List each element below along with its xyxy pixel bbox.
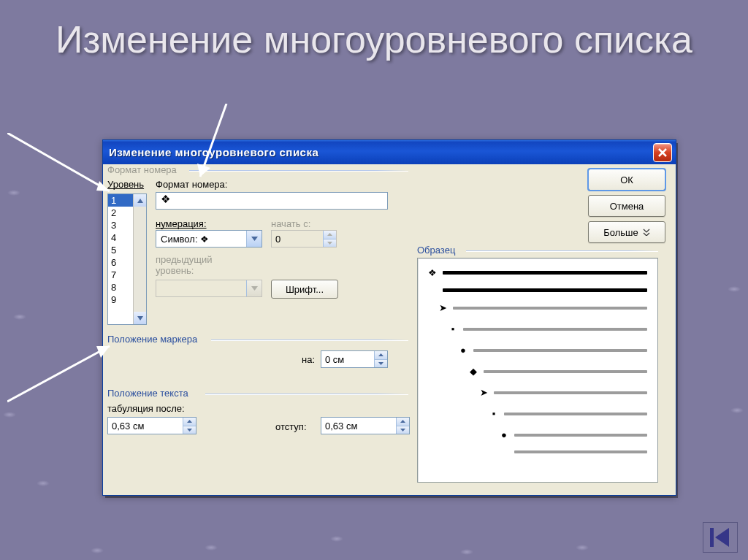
svg-marker-7 xyxy=(715,528,729,547)
tab-after-spinner[interactable]: 0,63 см xyxy=(107,417,196,434)
preview-bar xyxy=(514,434,647,437)
start-at-value: 0 xyxy=(275,234,280,245)
spin-up-icon[interactable] xyxy=(183,418,196,426)
preview-bar xyxy=(463,328,647,331)
level-item[interactable]: 2 xyxy=(108,207,133,219)
multilevel-list-dialog: Изменение многоуровневого списка ОК Отме… xyxy=(102,139,676,496)
svg-rect-6 xyxy=(710,528,714,547)
svg-line-4 xyxy=(7,346,110,402)
preview-row: ➤ xyxy=(428,302,647,313)
spin-down-icon[interactable] xyxy=(374,360,387,368)
spin-up-icon xyxy=(323,231,336,239)
preview-bullet-icon: ▪ xyxy=(489,408,498,419)
indent-label: отступ: xyxy=(275,421,307,432)
ok-button[interactable]: ОК xyxy=(588,169,665,191)
preview-row: ▪ xyxy=(428,323,647,334)
spin-up-icon[interactable] xyxy=(396,418,409,426)
preview-bullet-icon: ➤ xyxy=(479,387,488,398)
start-at-label: начать с: xyxy=(271,218,310,229)
level-scrollbar[interactable] xyxy=(133,194,146,324)
number-format-value: ❖ xyxy=(161,193,170,205)
dialog-titlebar[interactable]: Изменение многоуровневого списка xyxy=(103,140,676,164)
number-format-input[interactable]: ❖ xyxy=(156,192,388,210)
font-button[interactable]: Шрифт... xyxy=(271,280,338,299)
preview-bar xyxy=(443,288,647,292)
preview-row xyxy=(428,450,647,453)
level-item[interactable]: 4 xyxy=(108,231,133,244)
preview-bar xyxy=(484,370,647,373)
svg-line-0 xyxy=(7,133,110,191)
preview-bullet-icon: ● xyxy=(459,345,468,356)
level-item[interactable]: 6 xyxy=(108,256,133,269)
callout-arrow-1 xyxy=(7,133,117,199)
divider xyxy=(205,394,408,395)
preview-bar xyxy=(504,413,647,415)
level-item[interactable]: 3 xyxy=(108,219,133,231)
marker-at-spinner[interactable]: 0 см xyxy=(321,350,388,368)
indent-spinner[interactable]: 0,63 см xyxy=(321,417,410,434)
close-button[interactable] xyxy=(653,143,672,162)
nav-previous-button[interactable] xyxy=(703,522,738,553)
scroll-down-icon[interactable] xyxy=(134,312,146,324)
marker-at-label: на: xyxy=(302,354,315,365)
spin-down-icon[interactable] xyxy=(396,426,409,434)
group-number-format: Формат номера xyxy=(107,164,177,175)
cancel-label: Отмена xyxy=(610,201,644,212)
divider xyxy=(466,250,658,252)
preview-bar xyxy=(473,349,647,352)
preview-bar xyxy=(514,450,647,453)
preview-row xyxy=(428,288,647,292)
tab-after-label: табуляция после: xyxy=(107,403,185,414)
tab-after-value: 0,63 см xyxy=(112,421,144,431)
level-item[interactable]: 7 xyxy=(108,269,133,281)
preview-bullet-icon: ● xyxy=(500,429,508,440)
more-arrows-icon xyxy=(643,227,650,238)
preview-bullet-icon: ◆ xyxy=(469,366,478,377)
preview-row: ❖ xyxy=(428,267,647,278)
dropdown-disabled-icon xyxy=(246,280,262,296)
group-text-position: Положение текста xyxy=(107,388,188,399)
more-label: Больше xyxy=(603,227,638,238)
preview-bar xyxy=(453,307,647,310)
preview-bullet-icon: ❖ xyxy=(428,267,437,278)
font-label: Шрифт... xyxy=(286,284,324,295)
divider xyxy=(211,340,408,341)
preview-row: ● xyxy=(428,429,647,440)
start-at-spinner: 0 xyxy=(271,230,337,248)
callout-arrow-3 xyxy=(7,343,117,409)
preview-row: ◆ xyxy=(428,366,647,377)
cancel-button[interactable]: Отмена xyxy=(588,195,665,217)
spin-down-icon xyxy=(323,239,336,248)
prev-level-select xyxy=(156,280,262,297)
preview-bar xyxy=(443,271,647,275)
preview-pane: ❖➤▪●◆➤▪● xyxy=(417,258,658,483)
scroll-up-icon[interactable] xyxy=(134,194,146,207)
svg-marker-1 xyxy=(96,181,110,191)
preview-bullet-icon: ➤ xyxy=(438,302,447,313)
preview-row: ▪ xyxy=(428,408,647,419)
preview-bar xyxy=(494,391,647,394)
level-item[interactable]: 9 xyxy=(108,294,133,306)
preview-row: ➤ xyxy=(428,387,647,398)
level-item[interactable]: 5 xyxy=(108,244,133,256)
preview-bullet-icon: ▪ xyxy=(449,323,457,334)
numbering-value: Символ: ❖ xyxy=(161,234,209,245)
ok-label: ОК xyxy=(620,174,633,185)
marker-at-value: 0 см xyxy=(325,354,344,365)
svg-line-2 xyxy=(200,104,226,177)
group-preview: Образец xyxy=(417,245,455,256)
preview-row: ● xyxy=(428,345,647,356)
numbering-select[interactable]: Символ: ❖ xyxy=(156,230,262,248)
dropdown-icon[interactable] xyxy=(246,231,262,247)
group-marker-position: Положение маркера xyxy=(107,334,197,345)
level-item[interactable]: 8 xyxy=(108,281,133,294)
numbering-label: нумерация: xyxy=(156,218,207,229)
prev-level-label: предыдущий уровень: xyxy=(156,255,229,277)
rewind-icon xyxy=(709,526,732,548)
spin-up-icon[interactable] xyxy=(374,351,387,360)
level-listbox[interactable]: 123456789 xyxy=(107,193,147,325)
more-button[interactable]: Больше xyxy=(588,221,665,243)
slide-title: Изменение многоуровневого списка xyxy=(0,19,748,61)
spin-down-icon[interactable] xyxy=(183,426,196,434)
indent-value: 0,63 см xyxy=(325,421,357,431)
